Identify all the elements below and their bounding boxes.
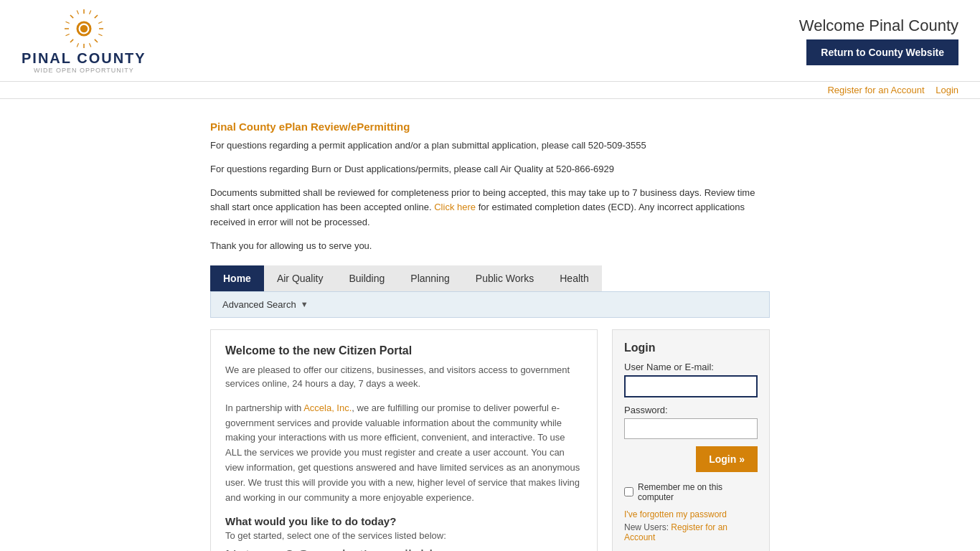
svg-line-9	[89, 11, 90, 14]
what-sub: To get started, select one of the servic…	[225, 530, 583, 541]
advanced-search-bar[interactable]: Advanced Search ▼	[210, 291, 770, 318]
svg-point-18	[80, 25, 88, 33]
body1-after: , we are fulfilling our promise to deliv…	[225, 402, 580, 503]
username-input[interactable]	[624, 375, 758, 397]
logo-tagline: WIDE OPEN OPPORTUNITY	[34, 67, 134, 74]
logo-name: PINAL COUNTY	[22, 50, 146, 67]
advanced-search-arrow: ▼	[301, 300, 308, 309]
body1-before: In partnership with	[225, 402, 303, 413]
svg-line-15	[89, 43, 90, 47]
svg-line-4	[70, 15, 73, 18]
nav-bar: Home Air Quality Building Planning Publi…	[210, 265, 770, 291]
register-link[interactable]: Register for an Account	[827, 85, 924, 95]
what-title: What would you like to do today?	[225, 515, 583, 527]
intro-paragraph4: Thank you for allowing us to serve you.	[210, 239, 770, 254]
advanced-search-label: Advanced Search	[222, 299, 296, 310]
click-here-link[interactable]: Click here	[434, 202, 476, 212]
intro-paragraph3: Documents submitted shall be reviewed fo…	[210, 186, 770, 230]
return-to-county-button[interactable]: Return to County Website	[806, 39, 958, 65]
svg-line-12	[98, 22, 102, 23]
nav-item-home[interactable]: Home	[210, 265, 264, 291]
auth-bar: Register for an Account Login	[0, 82, 980, 99]
welcome-message: Welcome Pinal County	[799, 17, 958, 35]
forgot-password-link[interactable]: I've forgotten my password	[624, 509, 758, 519]
intro-paragraph2: For questions regarding Burn or Dust app…	[210, 162, 770, 177]
password-input[interactable]	[624, 418, 758, 439]
svg-line-7	[70, 39, 73, 42]
login-link[interactable]: Login	[936, 85, 958, 95]
welcome-section-title: Welcome to the new Citizen Portal	[225, 344, 583, 357]
intro-paragraph1: For questions regarding a permit applica…	[210, 138, 770, 154]
svg-line-8	[77, 11, 78, 14]
sun-icon	[62, 7, 105, 50]
username-label: User Name or E-mail:	[624, 362, 758, 372]
svg-line-14	[77, 43, 78, 47]
welcome-body-para1: In partnership with Accela, Inc., we are…	[225, 401, 583, 506]
logo: PINAL COUNTY WIDE OPEN OPPORTUNITY	[22, 7, 146, 74]
see-available: Not sure? See what's available...	[225, 547, 583, 551]
nav-item-health[interactable]: Health	[547, 265, 601, 291]
new-users-text: New Users:	[624, 522, 671, 532]
nav-item-planning[interactable]: Planning	[397, 265, 463, 291]
main-content: Pinal County ePlan Review/ePermitting Fo…	[203, 106, 777, 551]
remember-row: Remember me on this computer	[624, 482, 758, 502]
login-button[interactable]: Login »	[696, 446, 758, 472]
register-row: New Users: Register for an Account	[624, 522, 758, 542]
svg-line-10	[65, 22, 69, 23]
header: PINAL COUNTY WIDE OPEN OPPORTUNITY Welco…	[0, 0, 980, 82]
login-section: Login User Name or E-mail: Password: Log…	[612, 329, 770, 551]
svg-line-5	[95, 39, 98, 42]
svg-line-11	[65, 34, 69, 36]
svg-line-13	[98, 34, 102, 36]
welcome-section: Welcome to the new Citizen Portal We are…	[210, 329, 598, 551]
remember-label: Remember me on this computer	[638, 482, 758, 502]
remember-checkbox[interactable]	[624, 487, 633, 496]
login-title: Login	[624, 342, 758, 354]
welcome-section-subtitle: We are pleased to offer our citizens, bu…	[225, 363, 583, 391]
accela-link[interactable]: Accela, Inc.	[303, 402, 352, 413]
svg-line-6	[95, 15, 98, 18]
content-area: Welcome to the new Citizen Portal We are…	[210, 318, 770, 551]
header-right: Welcome Pinal County Return to County We…	[799, 17, 958, 65]
intro-block: Pinal County ePlan Review/ePermitting Fo…	[210, 121, 770, 254]
nav-item-air-quality[interactable]: Air Quality	[264, 265, 336, 291]
password-label: Password:	[624, 405, 758, 415]
nav-item-public-works[interactable]: Public Works	[463, 265, 547, 291]
logo-text: PINAL COUNTY WIDE OPEN OPPORTUNITY	[22, 50, 146, 74]
nav-item-building[interactable]: Building	[336, 265, 397, 291]
intro-title: Pinal County ePlan Review/ePermitting	[210, 121, 770, 133]
